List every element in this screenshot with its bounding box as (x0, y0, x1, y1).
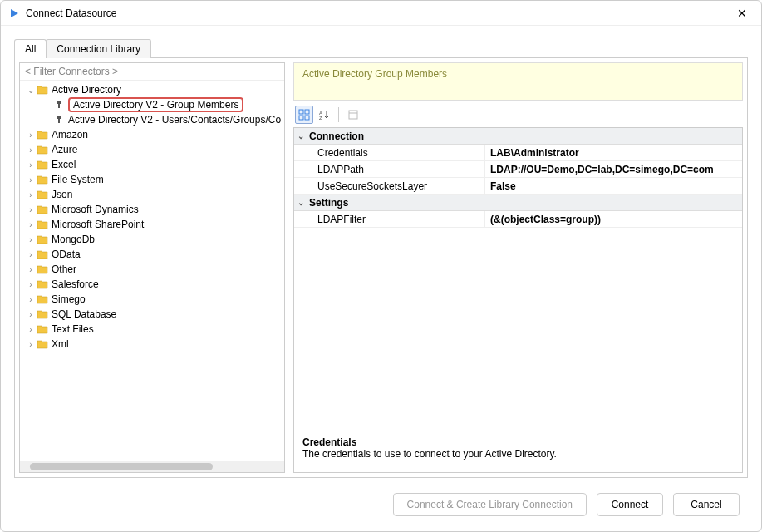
property-group-header[interactable]: ⌄Connection (294, 128, 742, 145)
property-value[interactable]: LDAP://OU=Demo,DC=lab,DC=simego,DC=com (485, 161, 742, 177)
tree-label: File System (52, 174, 104, 185)
alphabetical-view-button[interactable]: AZ (315, 106, 333, 124)
tree-node-folder[interactable]: ›MongoDb (20, 232, 284, 247)
folder-icon (37, 129, 48, 140)
connector-icon (53, 114, 65, 126)
tree-label: Active Directory V2 - Users/Contacts/Gro… (68, 114, 281, 126)
chevron-right-icon[interactable]: › (25, 325, 37, 334)
tree-node-folder[interactable]: ›Microsoft Dynamics (20, 202, 284, 217)
property-description-title: Credentials (302, 436, 734, 448)
tree-label: Excel (52, 159, 76, 170)
folder-icon (37, 144, 48, 155)
chevron-right-icon[interactable]: › (25, 250, 37, 259)
connector-icon (53, 99, 65, 111)
close-button[interactable]: ✕ (730, 7, 755, 20)
property-row[interactable]: CredentialsLAB\Administrator (294, 145, 742, 161)
svg-marker-0 (11, 9, 18, 17)
tree-node-ad-group-members[interactable]: Active Directory V2 - Group Members (20, 97, 284, 112)
chevron-right-icon[interactable]: › (25, 131, 37, 140)
property-name: UseSecureSocketsLayer (294, 178, 485, 194)
chevron-right-icon[interactable]: › (25, 340, 37, 349)
chevron-right-icon[interactable]: › (25, 160, 37, 170)
chevron-right-icon[interactable]: › (25, 265, 37, 274)
property-value[interactable]: (&(objectClass=group)) (485, 211, 742, 227)
chevron-right-icon[interactable]: › (25, 145, 37, 155)
folder-icon (37, 323, 48, 335)
tree-node-folder[interactable]: ›SQL Database (20, 307, 284, 322)
property-group-header[interactable]: ⌄Settings (294, 195, 742, 211)
property-description-text: The credentials to use to connect to you… (302, 448, 734, 460)
tree-node-folder[interactable]: ›Azure (20, 142, 284, 157)
folder-icon (37, 84, 48, 96)
folder-icon (37, 204, 48, 215)
connect-button[interactable]: Connect (597, 493, 663, 516)
chevron-right-icon[interactable]: › (25, 175, 37, 185)
tree-node-folder[interactable]: ›Simego (20, 292, 284, 307)
chevron-right-icon[interactable]: › (25, 205, 37, 214)
tree-label: Salesforce (52, 278, 99, 290)
chevron-right-icon[interactable]: › (25, 310, 37, 319)
property-name: LDAPPath (294, 161, 485, 177)
cancel-button[interactable]: Cancel (673, 493, 740, 516)
chevron-right-icon[interactable]: › (25, 220, 37, 229)
svg-rect-5 (299, 110, 303, 114)
folder-icon (37, 264, 48, 275)
connector-title-banner: Active Directory Group Members (293, 62, 743, 101)
tree-node-folder[interactable]: ›Text Files (20, 322, 284, 337)
property-value[interactable]: LAB\Administrator (485, 145, 742, 160)
folder-icon (37, 278, 48, 290)
chevron-right-icon[interactable]: › (25, 235, 37, 244)
tree-label: OData (52, 249, 81, 260)
filter-connectors-input[interactable]: < Filter Connectors > (20, 63, 284, 81)
scrollbar-thumb[interactable] (30, 463, 213, 470)
connect-create-library-button[interactable]: Connect & Create Library Connection (393, 493, 587, 516)
property-row[interactable]: LDAPFilter(&(objectClass=group)) (294, 211, 742, 228)
tree-node-folder[interactable]: ›Other (20, 262, 284, 277)
svg-rect-1 (57, 101, 61, 104)
svg-rect-6 (305, 110, 309, 114)
folder-icon (37, 174, 48, 185)
connector-tree-panel: < Filter Connectors > ⌄ Active Directory… (19, 62, 285, 473)
tree-node-folder[interactable]: ›File System (20, 172, 284, 187)
categorized-view-button[interactable] (295, 106, 313, 124)
property-name: Credentials (294, 145, 485, 160)
chevron-down-icon[interactable]: ⌄ (297, 198, 309, 207)
tree-label: Active Directory V2 - Group Members (68, 97, 243, 112)
tree-label: Json (52, 189, 72, 200)
chevron-right-icon[interactable]: › (25, 280, 37, 289)
chevron-right-icon[interactable]: › (25, 295, 37, 304)
tree-label: Amazon (52, 129, 88, 140)
property-pages-button[interactable] (344, 106, 362, 124)
chevron-right-icon[interactable]: › (25, 190, 37, 200)
folder-icon (37, 219, 48, 230)
chevron-down-icon[interactable]: ⌄ (297, 131, 309, 140)
tree-label: Xml (52, 338, 69, 350)
window-title: Connect Datasource (26, 7, 730, 19)
chevron-down-icon[interactable]: ⌄ (25, 86, 37, 95)
tree-node-folder[interactable]: ›Salesforce (20, 277, 284, 292)
folder-icon (37, 159, 48, 170)
tab-all[interactable]: All (14, 39, 47, 58)
tree-label: Other (52, 264, 76, 275)
tree-node-ad-users[interactable]: Active Directory V2 - Users/Contacts/Gro… (20, 112, 284, 127)
tree-node-folder[interactable]: ›Amazon (20, 127, 284, 142)
tree-node-active-directory[interactable]: ⌄ Active Directory (20, 82, 284, 97)
tree-label: Microsoft SharePoint (52, 219, 144, 230)
property-row[interactable]: LDAPPathLDAP://OU=Demo,DC=lab,DC=simego,… (294, 161, 742, 178)
tree-node-folder[interactable]: ›Json (20, 187, 284, 202)
property-row[interactable]: UseSecureSocketsLayerFalse (294, 178, 742, 195)
folder-icon (37, 189, 48, 200)
property-grid: ⌄ConnectionCredentialsLAB\AdministratorL… (293, 127, 743, 473)
tree-node-folder[interactable]: ›OData (20, 247, 284, 262)
folder-icon (37, 308, 48, 320)
tab-connection-library[interactable]: Connection Library (46, 39, 151, 58)
connector-tree[interactable]: ⌄ Active Directory Active Directory V2 -… (20, 81, 284, 461)
tree-node-folder[interactable]: ›Excel (20, 157, 284, 172)
svg-rect-4 (58, 119, 60, 123)
tree-node-folder[interactable]: ›Xml (20, 337, 284, 352)
tree-node-folder[interactable]: ›Microsoft SharePoint (20, 217, 284, 232)
tree-label: MongoDb (52, 234, 95, 245)
svg-rect-3 (57, 116, 61, 119)
horizontal-scrollbar[interactable] (20, 461, 284, 472)
property-value[interactable]: False (485, 178, 742, 194)
